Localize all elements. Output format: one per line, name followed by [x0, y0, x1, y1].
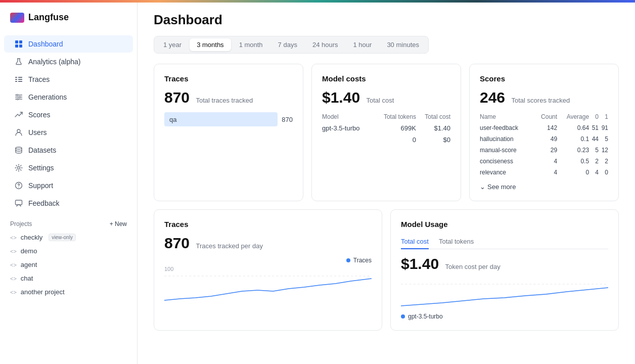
score-name: manual-score: [480, 145, 534, 156]
trace-bar-qa: qa: [164, 112, 278, 126]
chart-legend: Traces: [164, 257, 372, 264]
gpt-legend: gpt-3.5-turbo: [401, 313, 608, 320]
scores-card-title: Scores: [480, 74, 608, 83]
sidebar-item-label: Traces: [28, 75, 50, 83]
project-item-chat[interactable]: <> chat: [0, 271, 137, 285]
sidebar-item-traces[interactable]: Traces: [4, 71, 133, 88]
project-item-demo[interactable]: <> demo: [0, 244, 137, 258]
score-avg: 0.23: [557, 145, 589, 156]
sidebar-item-dashboard[interactable]: Dashboard: [4, 35, 133, 53]
logo-icon: [10, 13, 24, 23]
score-c1: 0: [599, 167, 608, 178]
model-cost: $1.40: [416, 122, 450, 134]
traces-chart-label: Traces tracked per day: [196, 242, 263, 250]
page-title: Dashboard: [154, 12, 619, 28]
model-usage-card: Model Usage Total cost Total tokens $1.4…: [390, 209, 619, 331]
traces-chart-svg: [164, 266, 372, 301]
sidebar-item-scores[interactable]: Scores: [4, 106, 133, 123]
svg-point-14: [17, 95, 18, 96]
time-filter-1year[interactable]: 1 year: [156, 38, 189, 51]
score-c0: 44: [589, 133, 599, 145]
model-cost: $0: [416, 134, 450, 146]
time-filter-3months[interactable]: 3 months: [190, 38, 231, 51]
sidebar-item-label: Users: [28, 128, 47, 136]
tab-total-cost[interactable]: Total cost: [401, 235, 429, 249]
project-name: another project: [21, 288, 65, 296]
model-costs-card: Model costs $1.40 Total cost Model Total…: [311, 64, 461, 201]
projects-label: Projects: [10, 220, 32, 228]
table-row: user-feedback 142 0.64 51 91: [480, 122, 608, 133]
see-more-button[interactable]: ⌄ See more: [480, 183, 516, 191]
trace-bar-value: 870: [282, 116, 293, 123]
model-name: gpt-3.5-turbo: [322, 122, 373, 134]
score-c1: 12: [599, 145, 608, 156]
score-count: 4: [534, 167, 557, 178]
tab-total-tokens[interactable]: Total tokens: [439, 235, 474, 249]
gpt-label: gpt-3.5-turbo: [408, 313, 443, 320]
app-name: Langfuse: [28, 12, 69, 23]
sliders-icon: [14, 93, 23, 102]
chevron-down-icon: ⌄: [480, 183, 485, 191]
scores-label: Total scores tracked: [512, 97, 570, 104]
col-avg: Average: [557, 111, 589, 122]
traces-summary-card: Traces 870 Total traces tracked qa 870: [154, 64, 303, 201]
model-usage-chart-area: [401, 277, 608, 309]
score-avg: 0.5: [557, 156, 589, 167]
svg-rect-0: [15, 40, 18, 43]
score-count: 49: [534, 133, 557, 145]
page-header: Dashboard 1 year 3 months 1 month 7 days…: [138, 0, 635, 64]
traces-label: Total traces tracked: [196, 97, 253, 104]
main-nav: Dashboard Analytics (alpha): [0, 33, 137, 214]
project-item-agent[interactable]: <> agent: [0, 258, 137, 271]
view-only-badge: view-only: [49, 234, 76, 241]
sidebar-item-feedback[interactable]: Feedback: [4, 195, 133, 212]
scores-count: 246: [480, 89, 505, 106]
project-name: demo: [21, 247, 37, 255]
trace-bars: qa 870: [164, 112, 293, 126]
sidebar-item-label: Feedback: [28, 199, 59, 207]
sidebar-item-analytics[interactable]: Analytics (alpha): [4, 53, 133, 70]
time-filter-7days[interactable]: 7 days: [271, 38, 304, 51]
trace-bar-name: qa: [169, 116, 176, 123]
col-name: Name: [480, 111, 534, 122]
sidebar-item-settings[interactable]: Settings: [4, 159, 133, 176]
user-icon: [14, 128, 23, 137]
chevron-icon: <>: [10, 289, 17, 295]
sidebar-item-support[interactable]: Support: [4, 177, 133, 194]
table-row: conciseness 4 0.5 2 2: [480, 156, 608, 167]
project-name: chat: [21, 275, 33, 282]
project-item-another[interactable]: <> another project: [0, 285, 137, 299]
sidebar-item-datasets[interactable]: Datasets: [4, 142, 133, 159]
app-logo: Langfuse: [0, 8, 137, 33]
new-project-button[interactable]: + New: [110, 220, 127, 228]
help-circle-icon: [14, 181, 23, 190]
model-tokens: 0: [373, 134, 416, 146]
time-filter-1hour[interactable]: 1 hour: [346, 38, 379, 51]
time-filter-24hours[interactable]: 24 hours: [305, 38, 345, 51]
sidebar-item-users[interactable]: Users: [4, 124, 133, 141]
table-row: relevance 4 0 4 0: [480, 167, 608, 178]
chevron-icon: <>: [10, 276, 17, 282]
time-filter-1month[interactable]: 1 month: [232, 38, 270, 51]
model-name: [322, 134, 373, 146]
sidebar-item-label: Support: [28, 181, 53, 190]
col-tokens: Total tokens: [373, 111, 416, 122]
svg-rect-9: [15, 81, 17, 82]
scores-summary-card: Scores 246 Total scores tracked Name Cou…: [469, 64, 619, 201]
time-filter-30minutes[interactable]: 30 minutes: [380, 38, 426, 51]
model-costs-total: $1.40: [322, 89, 360, 106]
col-count: Count: [534, 111, 557, 122]
score-avg: 0.64: [557, 122, 589, 133]
sidebar-item-label: Datasets: [28, 146, 56, 154]
sidebar-item-generations[interactable]: Generations: [4, 88, 133, 106]
project-item-checkly[interactable]: <> checkly view-only: [0, 231, 137, 244]
score-count: 142: [534, 122, 557, 133]
score-c0: 51: [589, 122, 599, 133]
svg-rect-1: [19, 40, 22, 43]
sidebar-item-label: Settings: [28, 164, 54, 172]
model-usage-chart: [401, 277, 608, 307]
score-count: 4: [534, 156, 557, 167]
dashboard-content: Traces 870 Total traces tracked qa 870 M…: [138, 64, 635, 364]
grid-icon: [14, 39, 23, 49]
model-usage-tabs: Total cost Total tokens: [401, 235, 608, 249]
